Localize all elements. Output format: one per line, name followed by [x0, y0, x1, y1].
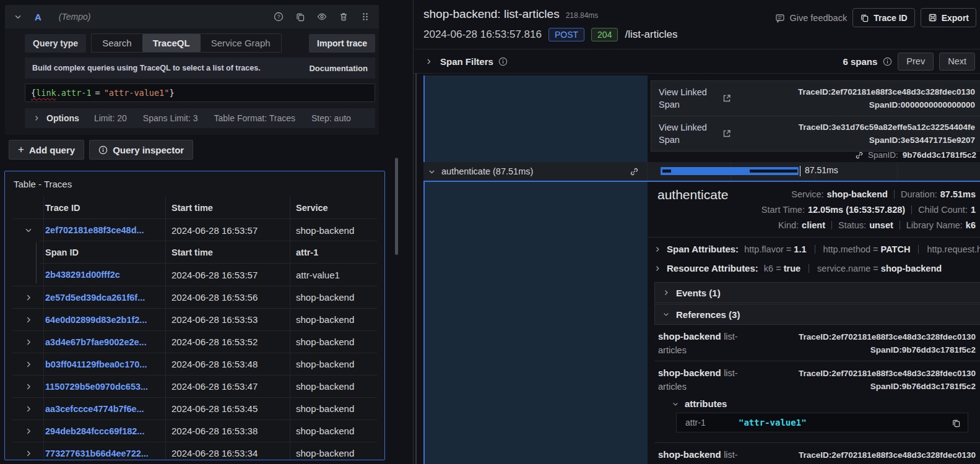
row-start-time: 2024-06-28 16:53:48	[165, 353, 290, 375]
query-token-operator: =	[92, 88, 104, 98]
prev-span-button[interactable]: Prev	[898, 53, 934, 71]
copy-value-icon[interactable]	[952, 418, 961, 427]
query-row-header: A (Tempo)	[5, 5, 379, 28]
next-span-button[interactable]: Next	[939, 53, 975, 71]
reference-attr-value: "attr-value1"	[739, 418, 807, 427]
reference-row[interactable]: shop-backend list-articles TraceID:2ef70…	[654, 443, 980, 464]
export-button[interactable]: Export	[921, 8, 976, 27]
linked-span-row: View Linked Span TraceID:3e31d76c59a82ef…	[651, 116, 980, 152]
query-options-bar[interactable]: Options Limit: 20 Spans Limit: 3 Table F…	[25, 108, 375, 128]
add-query-button[interactable]: +Add query	[9, 140, 84, 160]
trace-id-link[interactable]: 2ef702181e88f3ce48d...	[45, 225, 144, 235]
expand-row-icon[interactable]	[24, 405, 33, 413]
grafana-tempo-explore: A (Tempo) Query type Search TraceQL Serv…	[0, 0, 980, 464]
traceql-help-text: Build complex queries using TraceQL to s…	[32, 64, 261, 72]
trace-id-link[interactable]: 64e0d02899d83e2b1f2...	[45, 315, 147, 325]
help-icon[interactable]	[274, 12, 284, 22]
resource-attributes-accordion[interactable]: Resource Attributes: k6 = true service.n…	[654, 263, 980, 273]
import-trace-button[interactable]: Import trace	[309, 34, 375, 53]
options-chevron-icon[interactable]	[33, 114, 40, 122]
drag-handle-icon[interactable]	[360, 12, 370, 22]
span-timeline-cell[interactable]: 87.51ms	[648, 162, 980, 181]
query-ref-id[interactable]: A	[35, 12, 41, 22]
span-filters-label[interactable]: Span Filters	[440, 56, 493, 67]
tab-search[interactable]: Search	[92, 34, 142, 52]
span-filters-info-icon[interactable]	[498, 57, 508, 66]
accordion-chevron-icon	[662, 289, 670, 296]
expand-row-icon[interactable]	[24, 360, 33, 369]
expand-row-icon[interactable]	[24, 293, 33, 302]
span-filters-chevron-icon[interactable]	[425, 58, 433, 66]
link-icon[interactable]	[855, 151, 864, 160]
give-feedback-button[interactable]: Give feedback	[775, 13, 847, 23]
row-service: shop-backend	[290, 353, 377, 375]
trace-id-link[interactable]: b03ff041129fbea0c170...	[45, 359, 147, 369]
expand-row-icon[interactable]	[24, 338, 33, 346]
table-header-row: Trace ID Start time Service	[12, 197, 377, 219]
tab-traceql[interactable]: TraceQL	[142, 34, 201, 52]
span-id-link[interactable]: 2b438291d00fff2c	[45, 270, 120, 280]
scrollbar-thumb[interactable]	[395, 158, 398, 255]
span-link-icon[interactable]	[630, 167, 639, 176]
overview-value: 12.05ms (16:53:57.828)	[808, 205, 905, 215]
query-token-value: "attr-value1"	[104, 88, 170, 98]
http-method-badge: POST	[549, 28, 584, 41]
reference-row[interactable]: shop-backend list-articles TraceID:2ef70…	[654, 361, 980, 443]
accordion-chevron-icon[interactable]	[654, 246, 661, 253]
query-token-field: link	[36, 88, 56, 98]
collapse-row-icon[interactable]	[24, 226, 33, 234]
documentation-link[interactable]: Documentation	[309, 64, 368, 73]
references-accordion[interactable]: References (3)	[654, 304, 980, 325]
external-link-icon[interactable]	[722, 93, 732, 103]
span-collapse-icon[interactable]	[428, 168, 436, 176]
table-row-expanded: 2ef702181e88f3ce48d... 2024-06-28 16:53:…	[12, 219, 377, 241]
duplicate-query-icon[interactable]	[295, 12, 305, 22]
attr-value: PATCH	[881, 244, 911, 254]
trace-id-link[interactable]: a3d4e67b7fae9002e2e...	[45, 337, 147, 347]
expanded-spans-subtable: Span ID Start time attr-1 2b438291d00fff…	[12, 241, 377, 286]
accordion-chevron-icon	[672, 400, 679, 408]
events-accordion[interactable]: Events (1)	[654, 282, 980, 303]
trace-id-button[interactable]: Trace ID	[852, 8, 914, 27]
events-label: Events (1)	[676, 288, 721, 298]
accordion-chevron-icon[interactable]	[654, 265, 661, 272]
toggle-visibility-icon[interactable]	[317, 12, 327, 22]
row-start-time: 2024-06-28 16:53:47	[165, 376, 290, 397]
span-duration-label: 87.51ms	[805, 165, 838, 175]
expand-row-icon[interactable]	[24, 449, 33, 458]
external-link-icon[interactable]	[722, 129, 732, 139]
view-linked-span-link[interactable]: View Linked Span	[659, 86, 716, 111]
span-id-footer-label: SpanID:	[868, 150, 898, 160]
traceql-query-input[interactable]: {link.attr-1="attr-value1"}	[25, 84, 375, 102]
expand-row-icon[interactable]	[24, 316, 33, 324]
col-start-time: Start time	[165, 197, 290, 218]
trace-id-link[interactable]: 1150729b5e0970dc653...	[45, 382, 148, 392]
expand-row-icon[interactable]	[24, 427, 33, 436]
spans-count-info-icon[interactable]	[883, 57, 892, 66]
query-inspector-button[interactable]: Query inspector	[89, 140, 193, 160]
span-row-authenticate[interactable]: authenticate (87.51ms) 87.51ms	[423, 162, 980, 181]
trace-timestamp: 2024-06-28 16:53:57.816	[423, 28, 542, 41]
trace-id-link[interactable]: 773277631b66d4ee722...	[45, 449, 149, 458]
attr-value: shop-backend	[881, 264, 942, 273]
timeline-scrollbar[interactable]	[415, 73, 417, 464]
trace-id-link[interactable]: 294deb284fccc69f182...	[45, 426, 144, 436]
collapse-query-icon[interactable]	[14, 12, 22, 21]
tab-service-graph[interactable]: Service Graph	[201, 34, 281, 52]
trace-id-link[interactable]: 2e57d5ed39dca261f6f...	[45, 293, 145, 303]
span-attributes-accordion[interactable]: Span Attributes: http.flavor = 1.1 http.…	[654, 244, 980, 254]
span-name-cell[interactable]: authenticate (87.51ms)	[423, 162, 648, 181]
delete-query-icon[interactable]	[339, 12, 349, 22]
trace-duration: 218.84ms	[566, 11, 599, 20]
info-circle-icon	[98, 145, 108, 155]
copy-icon	[860, 13, 869, 22]
options-label[interactable]: Options	[46, 113, 79, 123]
subrow-start-time: 2024-06-28 16:53:57	[165, 264, 290, 286]
reference-row[interactable]: shop-backend list-articles TraceID:2ef70…	[654, 325, 980, 361]
view-linked-span-link[interactable]: View Linked Span	[659, 121, 716, 146]
reference-attributes-accordion[interactable]: attributes	[672, 398, 976, 409]
linked-span-row: View Linked Span TraceID:2ef702181e88f3c…	[651, 80, 980, 116]
span-duration-bar[interactable]	[661, 167, 799, 175]
expand-row-icon[interactable]	[24, 382, 33, 391]
trace-id-link[interactable]: aa3cefccce4774b7f6e...	[45, 404, 144, 414]
